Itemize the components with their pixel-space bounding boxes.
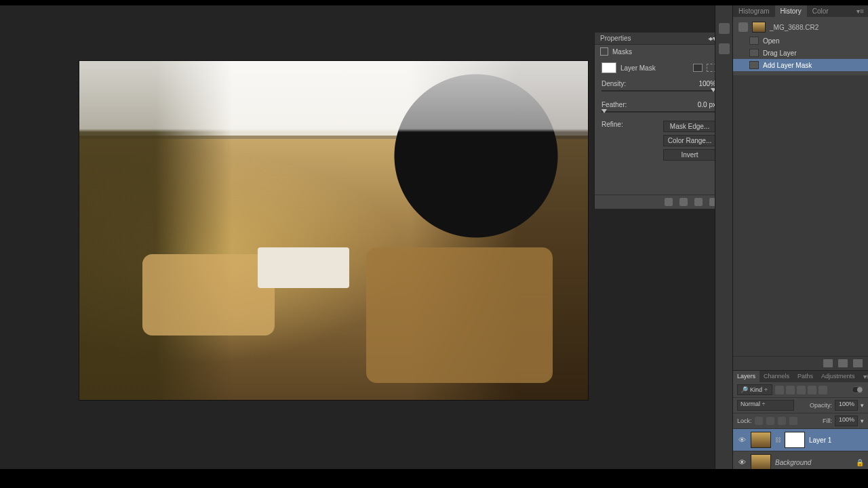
lock-fill-row: Lock: Fill: 100%▾ (733, 413, 868, 429)
lock-all-icon[interactable] (789, 417, 797, 425)
filter-adjust-icon[interactable] (786, 386, 795, 394)
apply-mask-icon[interactable] (679, 198, 688, 206)
history-step[interactable]: Open (733, 35, 868, 47)
mask-thumb[interactable] (785, 432, 805, 448)
history-empty-area (733, 75, 868, 356)
history-footer (733, 356, 868, 370)
layers-tabs: Layers Channels Paths Adjustments ▾≡ (733, 371, 868, 382)
properties-footer (595, 195, 723, 209)
tab-paths[interactable]: Paths (793, 371, 817, 382)
tab-history[interactable]: History (775, 5, 807, 17)
layer-mask-thumb[interactable] (601, 62, 616, 73)
right-dock: Histogram History Color ▾≡ _MG_3688.CR2 … (732, 5, 868, 488)
layer-row[interactable]: 👁⛓Layer 1 (733, 429, 868, 451)
collapsed-panel-strip (715, 5, 732, 488)
filter-smart-icon[interactable] (818, 386, 827, 394)
mask-edge-button[interactable]: Mask Edge... (663, 121, 716, 132)
letterbox-bottom (0, 469, 868, 488)
fill-label: Fill: (823, 418, 832, 424)
create-document-from-state-icon[interactable] (823, 359, 833, 367)
layer-name[interactable]: Layer 1 (809, 436, 831, 444)
visibility-toggle-icon[interactable]: 👁 (737, 458, 747, 466)
layer-name[interactable]: Background (775, 459, 811, 466)
lock-icon: 🔒 (856, 459, 864, 466)
filter-shape-icon[interactable] (808, 386, 816, 394)
filter-type-icon[interactable] (797, 386, 806, 394)
blend-mode-select[interactable]: Normal ÷ (737, 400, 794, 411)
pixel-mask-icon[interactable] (600, 47, 608, 56)
history-filename: _MG_3688.CR2 (770, 24, 818, 31)
tab-channels[interactable]: Channels (760, 371, 793, 382)
styles-icon[interactable] (719, 43, 730, 54)
filter-kind-select[interactable]: 🔎 Kind ÷ (737, 384, 772, 395)
history-step[interactable]: Drag Layer (733, 47, 868, 59)
layer-thumb[interactable] (751, 432, 771, 448)
tab-color[interactable]: Color (807, 5, 834, 17)
tab-adjustments[interactable]: Adjustments (817, 371, 859, 382)
layer-mask-row: Layer Mask (595, 58, 723, 77)
history-brush-icon[interactable] (738, 22, 748, 32)
history-body: _MG_3688.CR2 OpenDrag LayerAdd Layer Mas… (733, 17, 868, 75)
history-step-icon (749, 61, 759, 69)
masks-header: Masks (595, 45, 723, 58)
masks-label: Masks (612, 48, 632, 56)
history-step[interactable]: Add Layer Mask (733, 59, 868, 71)
opacity-input[interactable]: 100% (835, 400, 858, 411)
filter-toggle[interactable] (852, 386, 864, 393)
history-tabs: Histogram History Color ▾≡ (733, 5, 868, 17)
delete-state-icon[interactable] (853, 359, 863, 367)
lock-label: Lock: (737, 418, 752, 424)
history-source[interactable]: _MG_3688.CR2 (733, 20, 868, 35)
layer-filter-row: 🔎 Kind ÷ (733, 382, 868, 398)
properties-panel: Properties ◂▸ ▾≡ Masks Layer Mask (594, 33, 723, 209)
layer-thumb[interactable] (751, 454, 771, 470)
disable-mask-icon[interactable] (694, 198, 703, 206)
load-selection-icon[interactable] (665, 198, 673, 206)
tab-layers[interactable]: Layers (733, 371, 760, 382)
adjustments-icon[interactable] (719, 23, 730, 34)
fill-input[interactable]: 100% (835, 415, 858, 426)
link-icon[interactable]: ⛓ (775, 436, 781, 443)
filter-pixel-icon[interactable] (775, 386, 784, 394)
history-panel-menu-icon[interactable]: ▾≡ (852, 5, 868, 17)
density-label: Density: (601, 80, 626, 87)
density-value[interactable]: 100% (698, 80, 716, 87)
history-step-icon (749, 49, 759, 57)
add-pixel-mask-icon[interactable] (693, 64, 703, 72)
feather-label: Feather: (601, 101, 627, 108)
layer-list: 👁⛓Layer 1👁Background🔒 (733, 429, 868, 474)
invert-button[interactable]: Invert (663, 149, 716, 161)
history-snapshot-thumb[interactable] (752, 22, 766, 33)
color-range-button[interactable]: Color Range... (663, 135, 716, 146)
layer-mask-label: Layer Mask (620, 64, 656, 72)
history-step-icon (749, 37, 759, 45)
history-step-label: Drag Layer (763, 49, 796, 57)
right-side: Histogram History Color ▾≡ _MG_3688.CR2 … (715, 5, 868, 488)
feather-slider[interactable] (601, 111, 716, 113)
feather-row: Feather: 0.0 px (595, 98, 723, 119)
history-step-label: Add Layer Mask (763, 62, 812, 69)
history-step-label: Open (763, 37, 779, 45)
properties-tab[interactable]: Properties ◂▸ ▾≡ (595, 33, 723, 45)
tab-histogram[interactable]: Histogram (733, 5, 775, 17)
blend-opacity-row: Normal ÷ Opacity: 100%▾ (733, 398, 868, 413)
refine-label: Refine: (601, 121, 623, 128)
lock-image-icon[interactable] (766, 417, 774, 425)
layers-panel-menu-icon[interactable]: ▾≡ (859, 371, 868, 382)
letterbox-top (0, 0, 868, 5)
lock-position-icon[interactable] (778, 417, 786, 425)
properties-title: Properties (600, 35, 631, 42)
document-canvas[interactable] (79, 61, 588, 400)
work-area: Properties ◂▸ ▾≡ Masks Layer Mask (0, 5, 868, 488)
density-row: Density: 100% (595, 77, 723, 98)
photoshop-window: Properties ◂▸ ▾≡ Masks Layer Mask (0, 0, 868, 488)
new-snapshot-icon[interactable] (838, 359, 848, 367)
visibility-toggle-icon[interactable]: 👁 (737, 436, 747, 444)
lock-transparent-icon[interactable] (755, 417, 763, 425)
opacity-label: Opacity: (810, 402, 832, 409)
density-slider[interactable] (601, 90, 716, 92)
feather-value[interactable]: 0.0 px (698, 101, 716, 108)
